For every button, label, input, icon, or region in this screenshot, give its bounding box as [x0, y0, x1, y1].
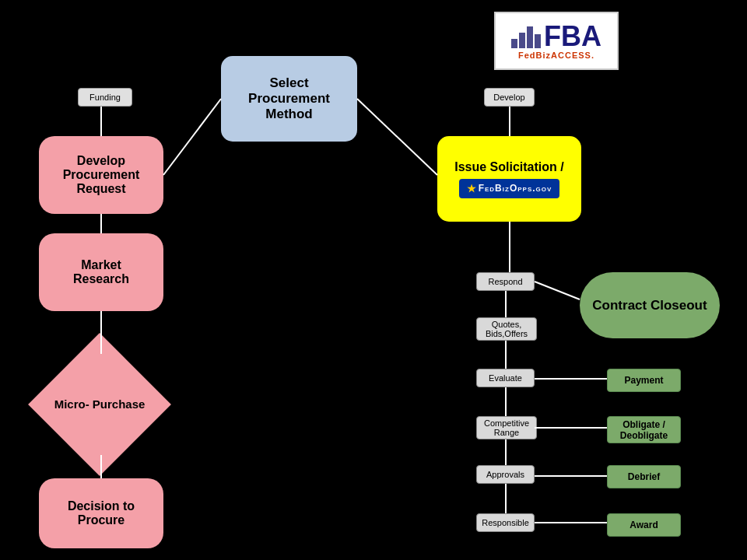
- obligate-deobligate-label: Obligate / Deobligate: [607, 416, 681, 443]
- develop-label: Develop: [484, 88, 535, 107]
- contract-closeout-box: Contract Closeout: [580, 272, 720, 338]
- fedbizopps-star-icon: ★: [467, 183, 476, 194]
- decision-to-procure-box: Decision to Procure: [39, 478, 163, 548]
- svg-line-13: [535, 282, 580, 299]
- fba-logo: FBA FedBizACCESS.: [494, 12, 619, 70]
- market-research-box: Market Research: [39, 233, 163, 311]
- svg-line-5: [357, 99, 437, 175]
- quotes-bids-offers-label: Quotes, Bids,Offers: [476, 317, 537, 341]
- competitive-range-label: Competitive Range: [476, 416, 537, 439]
- responsible-label: Responsible: [476, 513, 535, 532]
- develop-pr-text: Develop Procurement Request: [63, 154, 140, 196]
- develop-procurement-request-box: Develop Procurement Request: [39, 136, 163, 214]
- payment-label: Payment: [607, 369, 681, 392]
- decision-text: Decision to Procure: [68, 499, 135, 527]
- issue-solicitation-box: Issue Solicitation / ★ FedBizOpps.gov: [437, 136, 581, 222]
- evaluate-label: Evaluate: [476, 369, 535, 387]
- issue-sol-text: Issue Solicitation /: [454, 160, 563, 174]
- fedbizopps-text: FedBizOpps.gov: [479, 183, 552, 194]
- market-research-text: Market Research: [73, 258, 129, 286]
- approvals-label: Approvals: [476, 465, 535, 484]
- micro-purchase-diamond-container: Micro- Purchase: [22, 354, 177, 455]
- micro-purchase-text: Micro- Purchase: [54, 397, 146, 412]
- select-proc-text: Select Procurement Method: [248, 75, 330, 122]
- respond-label: Respond: [476, 272, 535, 291]
- debrief-label: Debrief: [607, 465, 681, 488]
- contract-closeout-text: Contract Closeout: [592, 298, 707, 313]
- fba-subtitle: FedBizACCESS.: [518, 51, 594, 60]
- funding-label: Funding: [78, 88, 132, 107]
- select-procurement-method-box: Select Procurement Method: [221, 56, 357, 142]
- fba-bars-icon: [511, 25, 541, 48]
- award-label: Award: [607, 513, 681, 537]
- fedbizopps-badge: ★ FedBizOpps.gov: [459, 179, 560, 198]
- fba-title: FBA: [544, 23, 601, 51]
- svg-line-4: [163, 99, 221, 175]
